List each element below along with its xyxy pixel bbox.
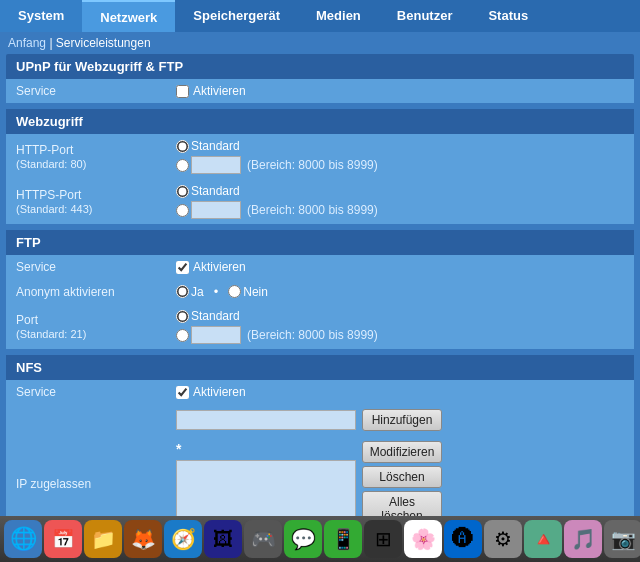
taskbar-calendar[interactable]: 📅 <box>44 520 82 558</box>
https-custom-radio-label[interactable]: (Bereich: 8000 bis 8999) <box>176 201 378 219</box>
ftp-service-row: Service Aktivieren <box>6 255 634 279</box>
taskbar-screenshot[interactable]: 📷 <box>604 520 640 558</box>
nfs-ip-text-input[interactable] <box>176 410 356 430</box>
upnp-service-row: Service Aktivieren <box>6 79 634 103</box>
https-port-input[interactable] <box>191 201 241 219</box>
webzugriff-table: HTTP-Port(Standard: 80) Standard (Berei <box>6 134 634 224</box>
nfs-modifizieren-button[interactable]: Modifizieren <box>362 441 442 463</box>
upnp-aktivieren-checkbox[interactable] <box>176 85 189 98</box>
ftp-aktivieren-text: Aktivieren <box>193 260 246 274</box>
http-standard-label: Standard <box>191 139 240 153</box>
nfs-table: Service Aktivieren Hinzufügen IP zugelas… <box>6 380 634 522</box>
ftp-standard-label: Standard <box>191 309 240 323</box>
ftp-service-control: Aktivieren <box>166 255 634 279</box>
upnp-table: Service Aktivieren <box>6 79 634 103</box>
http-port-control: Standard (Bereich: 8000 bis 8999) <box>166 134 634 179</box>
taskbar-photos[interactable]: 🌸 <box>404 520 442 558</box>
tab-system[interactable]: System <box>0 0 82 32</box>
nfs-ip-zugelassen-label: IP zugelassen <box>6 436 166 522</box>
taskbar-appstore[interactable]: 🅐 <box>444 520 482 558</box>
upnp-section-header: UPnP für Webzugriff & FTP <box>6 54 634 79</box>
taskbar: 🌐 📅 📁 🦊 🧭 🖼 🎮 💬 📱 ⊞ 🌸 🅐 ⚙ 🔺 🎵 📷 🪟 🔶 <box>0 516 640 562</box>
ftp-anonym-row: Anonym aktivieren Ja • Nein <box>6 279 634 304</box>
http-standard-radio[interactable] <box>176 140 189 153</box>
taskbar-finder[interactable]: 🦊 <box>124 520 162 558</box>
taskbar-settings[interactable]: ⚙ <box>484 520 522 558</box>
nfs-aktivieren-text: Aktivieren <box>193 385 246 399</box>
taskbar-safari[interactable]: 🧭 <box>164 520 202 558</box>
https-standard-radio-label[interactable]: Standard <box>176 184 240 198</box>
https-range-text: (Bereich: 8000 bis 8999) <box>247 203 378 217</box>
taskbar-facetime[interactable]: 📱 <box>324 520 362 558</box>
main-content: UPnP für Webzugriff & FTP Service Aktivi… <box>6 54 634 522</box>
taskbar-folder[interactable]: 📁 <box>84 520 122 558</box>
tab-speichergeraet[interactable]: Speichergerät <box>175 0 298 32</box>
nfs-ip-list[interactable] <box>176 460 356 520</box>
ftp-table: Service Aktivieren Anonym aktivieren Ja … <box>6 255 634 349</box>
nfs-ip-input-row: Hinzufügen <box>6 404 634 436</box>
http-port-input[interactable] <box>191 156 241 174</box>
http-standard-radio-label[interactable]: Standard <box>176 139 240 153</box>
tab-medien[interactable]: Medien <box>298 0 379 32</box>
tab-status[interactable]: Status <box>470 0 546 32</box>
http-port-row: HTTP-Port(Standard: 80) Standard (Berei <box>6 134 634 179</box>
webzugriff-section-header: Webzugriff <box>6 109 634 134</box>
ftp-standard-radio[interactable] <box>176 310 189 323</box>
ftp-nein-label[interactable]: Nein <box>228 285 268 299</box>
ftp-nein-text: Nein <box>243 285 268 299</box>
nfs-aktivieren-checkbox[interactable] <box>176 386 189 399</box>
nfs-section-header: NFS <box>6 355 634 380</box>
nfs-loeschen-button[interactable]: Löschen <box>362 466 442 488</box>
nfs-ip-list-row: IP zugelassen * Modifizieren Löschen All… <box>6 436 634 522</box>
breadcrumb-home[interactable]: Anfang <box>8 36 46 50</box>
tab-netzwerk[interactable]: Netzwerk <box>82 0 175 32</box>
taskbar-messages[interactable]: 💬 <box>284 520 322 558</box>
taskbar-chrome[interactable]: 🌐 <box>4 520 42 558</box>
https-standard-radio[interactable] <box>176 185 189 198</box>
ftp-aktivieren-label[interactable]: Aktivieren <box>176 260 624 274</box>
taskbar-app6[interactable]: 🎮 <box>244 520 282 558</box>
ftp-custom-radio[interactable] <box>176 329 189 342</box>
taskbar-security[interactable]: 🔺 <box>524 520 562 558</box>
ftp-port-input[interactable] <box>191 326 241 344</box>
nfs-ip-list-control: * Modifizieren Löschen Alles löschen <box>166 436 634 522</box>
http-custom-radio[interactable] <box>176 159 189 172</box>
ftp-standard-radio-label[interactable]: Standard <box>176 309 240 323</box>
http-port-label: HTTP-Port(Standard: 80) <box>6 134 166 179</box>
nfs-asterisk: * <box>176 441 352 457</box>
ftp-anonym-label: Anonym aktivieren <box>6 279 166 304</box>
nfs-ip-input-control: Hinzufügen <box>166 404 634 436</box>
ftp-custom-radio-label[interactable]: (Bereich: 8000 bis 8999) <box>176 326 378 344</box>
https-port-row: HTTPS-Port(Standard: 443) Standard (Ber <box>6 179 634 224</box>
taskbar-photos-app[interactable]: 🖼 <box>204 520 242 558</box>
upnp-aktivieren-text: Aktivieren <box>193 84 246 98</box>
ftp-ja-label[interactable]: Ja <box>176 285 204 299</box>
tab-benutzer[interactable]: Benutzer <box>379 0 471 32</box>
upnp-service-label: Service <box>6 79 166 103</box>
ftp-nein-radio[interactable] <box>228 285 241 298</box>
nfs-ip-input-label <box>6 404 166 436</box>
ftp-port-label: Port(Standard: 21) <box>6 304 166 349</box>
nfs-aktivieren-label[interactable]: Aktivieren <box>176 385 624 399</box>
nav-tabs: System Netzwerk Speichergerät Medien Ben… <box>0 0 640 32</box>
upnp-aktivieren-label[interactable]: Aktivieren <box>176 84 624 98</box>
ftp-anonym-control: Ja • Nein <box>166 279 634 304</box>
http-range-text: (Bereich: 8000 bis 8999) <box>247 158 378 172</box>
ftp-aktivieren-checkbox[interactable] <box>176 261 189 274</box>
ftp-ja-radio[interactable] <box>176 285 189 298</box>
ftp-ja-text: Ja <box>191 285 204 299</box>
https-port-control: Standard (Bereich: 8000 bis 8999) <box>166 179 634 224</box>
ftp-section-header: FTP <box>6 230 634 255</box>
https-standard-label: Standard <box>191 184 240 198</box>
nfs-hinzufuegen-button[interactable]: Hinzufügen <box>362 409 442 431</box>
nfs-service-control: Aktivieren <box>166 380 634 404</box>
https-port-label: HTTPS-Port(Standard: 443) <box>6 179 166 224</box>
https-custom-radio[interactable] <box>176 204 189 217</box>
breadcrumb-current: Serviceleistungen <box>56 36 151 50</box>
ftp-range-text: (Bereich: 8000 bis 8999) <box>247 328 378 342</box>
http-custom-radio-label[interactable]: (Bereich: 8000 bis 8999) <box>176 156 378 174</box>
breadcrumb: Anfang | Serviceleistungen <box>0 32 640 54</box>
nfs-service-row: Service Aktivieren <box>6 380 634 404</box>
taskbar-music[interactable]: 🎵 <box>564 520 602 558</box>
taskbar-qr[interactable]: ⊞ <box>364 520 402 558</box>
